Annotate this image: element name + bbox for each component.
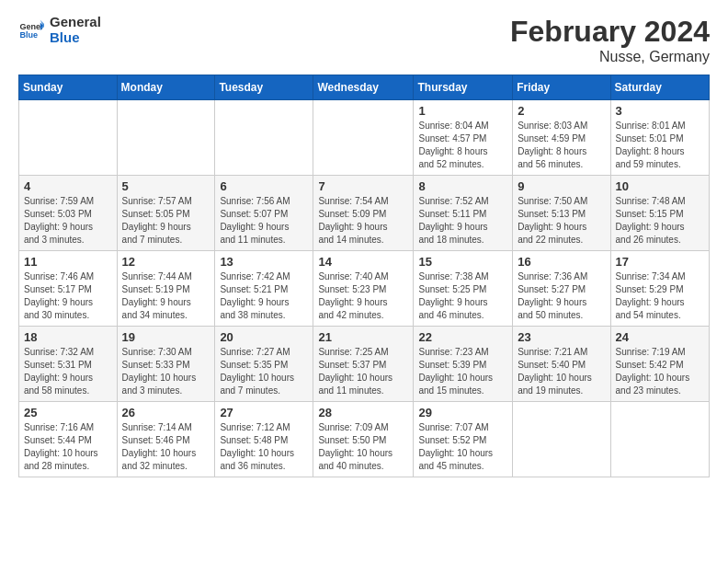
logo-icon: General Blue [18,17,44,43]
day-info: Sunrise: 7:36 AM Sunset: 5:27 PM Dayligh… [518,270,605,322]
day-info: Sunrise: 7:19 AM Sunset: 5:42 PM Dayligh… [616,346,704,397]
calendar-cell: 20Sunrise: 7:27 AM Sunset: 5:35 PM Dayli… [215,327,313,402]
calendar-cell: 12Sunrise: 7:44 AM Sunset: 5:19 PM Dayli… [117,251,215,327]
day-info: Sunrise: 7:52 AM Sunset: 5:11 PM Dayligh… [418,195,507,247]
day-info: Sunrise: 7:32 AM Sunset: 5:31 PM Dayligh… [24,346,112,397]
day-info: Sunrise: 7:23 AM Sunset: 5:39 PM Dayligh… [418,346,507,397]
calendar-week-5: 25Sunrise: 7:16 AM Sunset: 5:44 PM Dayli… [19,402,710,477]
header-day-saturday: Saturday [610,75,709,100]
calendar-cell: 29Sunrise: 7:07 AM Sunset: 5:52 PM Dayli… [414,402,513,477]
header-day-sunday: Sunday [19,75,118,100]
calendar-cell: 28Sunrise: 7:09 AM Sunset: 5:50 PM Dayli… [313,402,414,477]
logo-blue-text: Blue [50,30,101,46]
calendar-cell [313,100,414,176]
calendar-cell: 10Sunrise: 7:48 AM Sunset: 5:15 PM Dayli… [610,176,709,251]
day-info: Sunrise: 7:56 AM Sunset: 5:07 PM Dayligh… [220,195,308,247]
day-info: Sunrise: 7:09 AM Sunset: 5:50 PM Dayligh… [318,421,408,473]
day-info: Sunrise: 7:59 AM Sunset: 5:03 PM Dayligh… [24,195,112,247]
calendar-cell: 4Sunrise: 7:59 AM Sunset: 5:03 PM Daylig… [19,176,118,251]
calendar-cell: 18Sunrise: 7:32 AM Sunset: 5:31 PM Dayli… [19,327,118,402]
day-number: 18 [24,330,112,344]
calendar-cell [513,402,610,477]
day-info: Sunrise: 7:16 AM Sunset: 5:44 PM Dayligh… [24,421,112,473]
calendar-header: SundayMondayTuesdayWednesdayThursdayFrid… [19,75,710,100]
header-day-thursday: Thursday [414,75,513,100]
calendar-week-2: 4Sunrise: 7:59 AM Sunset: 5:03 PM Daylig… [19,176,710,251]
day-info: Sunrise: 7:12 AM Sunset: 5:48 PM Dayligh… [220,421,308,473]
calendar-cell: 13Sunrise: 7:42 AM Sunset: 5:21 PM Dayli… [215,251,313,327]
day-info: Sunrise: 8:03 AM Sunset: 4:59 PM Dayligh… [518,120,605,171]
day-number: 22 [418,330,507,344]
calendar-cell: 1Sunrise: 8:04 AM Sunset: 4:57 PM Daylig… [414,100,513,176]
day-info: Sunrise: 7:44 AM Sunset: 5:19 PM Dayligh… [122,270,210,322]
calendar-cell: 25Sunrise: 7:16 AM Sunset: 5:44 PM Dayli… [19,402,118,477]
day-number: 27 [220,406,308,419]
day-info: Sunrise: 7:21 AM Sunset: 5:40 PM Dayligh… [518,346,605,397]
day-info: Sunrise: 7:38 AM Sunset: 5:25 PM Dayligh… [418,270,507,322]
day-number: 13 [220,255,308,269]
calendar-cell: 2Sunrise: 8:03 AM Sunset: 4:59 PM Daylig… [513,100,610,176]
day-info: Sunrise: 7:07 AM Sunset: 5:52 PM Dayligh… [418,421,507,473]
day-info: Sunrise: 8:04 AM Sunset: 4:57 PM Dayligh… [418,120,507,171]
calendar-cell: 26Sunrise: 7:14 AM Sunset: 5:46 PM Dayli… [117,402,215,477]
calendar-week-4: 18Sunrise: 7:32 AM Sunset: 5:31 PM Dayli… [19,327,710,402]
calendar-cell [117,100,215,176]
calendar-cell: 5Sunrise: 7:57 AM Sunset: 5:05 PM Daylig… [117,176,215,251]
calendar-cell [19,100,118,176]
calendar-body: 1Sunrise: 8:04 AM Sunset: 4:57 PM Daylig… [19,100,710,477]
day-number: 5 [122,179,210,193]
calendar-cell: 14Sunrise: 7:40 AM Sunset: 5:23 PM Dayli… [313,251,414,327]
day-number: 29 [418,406,507,419]
day-info: Sunrise: 7:54 AM Sunset: 5:09 PM Dayligh… [318,195,408,247]
day-number: 2 [518,104,605,118]
day-info: Sunrise: 7:27 AM Sunset: 5:35 PM Dayligh… [220,346,308,397]
day-info: Sunrise: 7:50 AM Sunset: 5:13 PM Dayligh… [518,195,605,247]
calendar-cell: 17Sunrise: 7:34 AM Sunset: 5:29 PM Dayli… [610,251,709,327]
logo: General Blue General Blue [18,15,101,45]
day-number: 6 [220,179,308,193]
header-row: SundayMondayTuesdayWednesdayThursdayFrid… [19,75,710,100]
day-number: 21 [318,330,408,344]
calendar-week-3: 11Sunrise: 7:46 AM Sunset: 5:17 PM Dayli… [19,251,710,327]
day-number: 19 [122,330,210,344]
day-info: Sunrise: 7:40 AM Sunset: 5:23 PM Dayligh… [318,270,408,322]
calendar-cell: 7Sunrise: 7:54 AM Sunset: 5:09 PM Daylig… [313,176,414,251]
day-info: Sunrise: 7:46 AM Sunset: 5:17 PM Dayligh… [24,270,112,322]
calendar-cell: 15Sunrise: 7:38 AM Sunset: 5:25 PM Dayli… [414,251,513,327]
main-title: February 2024 [510,15,710,49]
calendar-cell: 24Sunrise: 7:19 AM Sunset: 5:42 PM Dayli… [610,327,709,402]
day-number: 7 [318,179,408,193]
header-day-tuesday: Tuesday [215,75,313,100]
day-info: Sunrise: 7:48 AM Sunset: 5:15 PM Dayligh… [616,195,704,247]
calendar-cell: 22Sunrise: 7:23 AM Sunset: 5:39 PM Dayli… [414,327,513,402]
day-number: 4 [24,179,112,193]
day-number: 11 [24,255,112,269]
day-number: 24 [616,330,704,344]
day-info: Sunrise: 7:14 AM Sunset: 5:46 PM Dayligh… [122,421,210,473]
calendar-cell: 11Sunrise: 7:46 AM Sunset: 5:17 PM Dayli… [19,251,118,327]
calendar-cell: 9Sunrise: 7:50 AM Sunset: 5:13 PM Daylig… [513,176,610,251]
day-number: 25 [24,406,112,419]
day-number: 12 [122,255,210,269]
day-info: Sunrise: 7:42 AM Sunset: 5:21 PM Dayligh… [220,270,308,322]
day-number: 10 [616,179,704,193]
title-area: February 2024 Nusse, Germany [510,15,710,65]
day-info: Sunrise: 8:01 AM Sunset: 5:01 PM Dayligh… [616,120,704,171]
header-day-monday: Monday [117,75,215,100]
day-number: 3 [616,104,704,118]
day-number: 23 [518,330,605,344]
day-number: 16 [518,255,605,269]
calendar-cell: 8Sunrise: 7:52 AM Sunset: 5:11 PM Daylig… [414,176,513,251]
calendar-cell: 27Sunrise: 7:12 AM Sunset: 5:48 PM Dayli… [215,402,313,477]
day-info: Sunrise: 7:57 AM Sunset: 5:05 PM Dayligh… [122,195,210,247]
calendar-cell: 23Sunrise: 7:21 AM Sunset: 5:40 PM Dayli… [513,327,610,402]
day-number: 1 [418,104,507,118]
day-number: 8 [418,179,507,193]
day-number: 26 [122,406,210,419]
header-day-wednesday: Wednesday [313,75,414,100]
day-number: 20 [220,330,308,344]
calendar-table: SundayMondayTuesdayWednesdayThursdayFrid… [18,75,710,477]
calendar-cell: 16Sunrise: 7:36 AM Sunset: 5:27 PM Dayli… [513,251,610,327]
calendar-cell: 3Sunrise: 8:01 AM Sunset: 5:01 PM Daylig… [610,100,709,176]
calendar-cell: 21Sunrise: 7:25 AM Sunset: 5:37 PM Dayli… [313,327,414,402]
